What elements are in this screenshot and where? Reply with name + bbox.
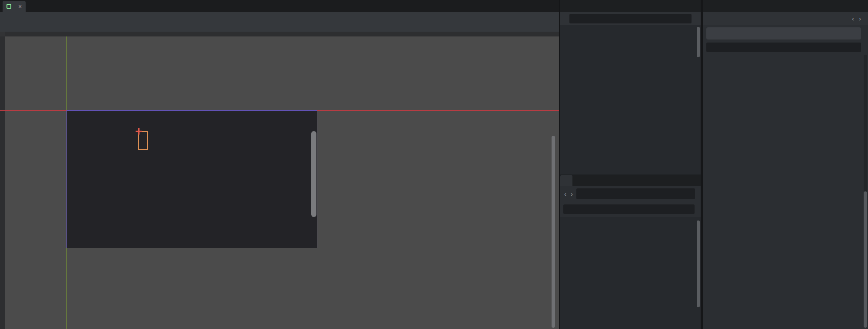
filesystem-scrollbar[interactable] bbox=[697, 220, 700, 307]
filesystem-filter-row bbox=[560, 201, 701, 217]
filesystem-tree bbox=[560, 217, 701, 329]
scene-dock-tabs bbox=[560, 0, 701, 12]
close-tab-icon[interactable]: × bbox=[18, 3, 22, 10]
tab-scene-file[interactable]: × bbox=[3, 1, 26, 12]
inspected-node-row bbox=[703, 27, 868, 40]
inspector-toolbar: ‹ › bbox=[703, 12, 868, 25]
canvas-column: × bbox=[0, 0, 559, 329]
fs-path-bar[interactable] bbox=[576, 188, 695, 199]
inspector-back-icon[interactable]: ‹ bbox=[851, 15, 855, 22]
inspector-dock-tabs bbox=[703, 0, 868, 12]
viewport-canvas[interactable] bbox=[0, 32, 559, 329]
scene-filesystem-column: ‹ › bbox=[560, 0, 701, 329]
fs-forward-icon[interactable]: › bbox=[570, 190, 574, 197]
inventory-title bbox=[67, 111, 317, 131]
inventory-scrollbar[interactable] bbox=[311, 131, 316, 217]
filter-properties-input[interactable] bbox=[706, 43, 861, 52]
scene-tree-scrollbar[interactable] bbox=[697, 27, 700, 57]
canvas-vertical-scrollbar[interactable] bbox=[552, 136, 555, 328]
horizontal-ruler bbox=[0, 32, 559, 36]
canvas-toolbar bbox=[0, 12, 559, 32]
inventory-panel bbox=[67, 110, 317, 248]
selection-crosshair bbox=[136, 128, 142, 135]
scene-tabstrip: × bbox=[0, 0, 559, 12]
filter-properties-row bbox=[703, 42, 868, 53]
panel-container-icon bbox=[7, 4, 11, 9]
filter-files-input[interactable] bbox=[563, 204, 695, 214]
inspector-forward-icon[interactable]: › bbox=[858, 15, 862, 22]
inspector-column: ‹ › bbox=[703, 0, 868, 329]
ruler-corner bbox=[0, 32, 5, 36]
scene-tree bbox=[560, 25, 701, 174]
node-selector[interactable] bbox=[706, 27, 861, 39]
vertical-ruler bbox=[0, 36, 5, 329]
godot-editor-window: × bbox=[0, 0, 868, 329]
filter-nodes-input[interactable] bbox=[569, 14, 692, 23]
filesystem-nav: ‹ › bbox=[560, 186, 701, 201]
fs-back-icon[interactable]: ‹ bbox=[563, 190, 567, 197]
tab-filesystem[interactable] bbox=[560, 175, 572, 186]
filesystem-header bbox=[560, 174, 701, 186]
inspector-scrollbar[interactable] bbox=[864, 191, 867, 328]
scene-dock-toolbar bbox=[560, 12, 701, 25]
property-list bbox=[703, 55, 863, 329]
